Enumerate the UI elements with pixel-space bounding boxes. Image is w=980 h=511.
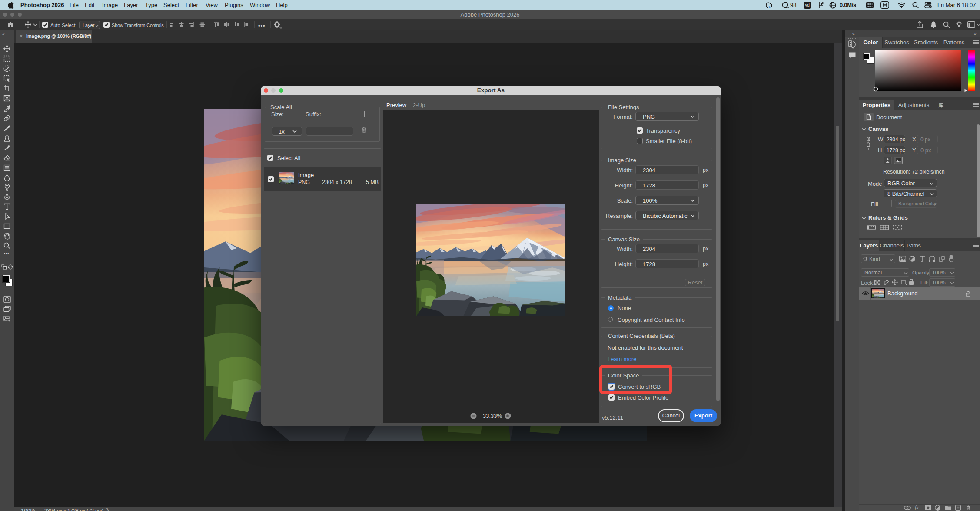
svg-text:fx: fx <box>915 505 919 510</box>
